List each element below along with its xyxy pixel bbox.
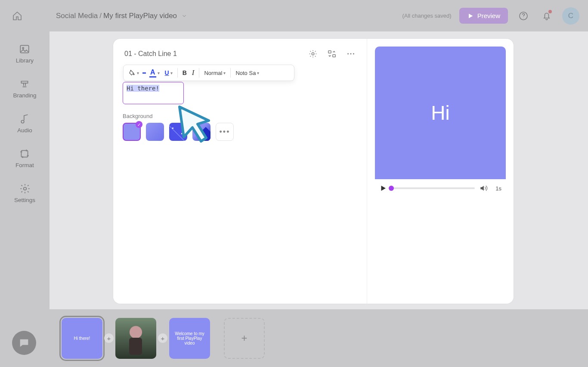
- play-icon: [467, 12, 474, 19]
- avatar[interactable]: C: [562, 7, 579, 25]
- arrows-swap-icon: [327, 49, 337, 59]
- svg-rect-8: [333, 55, 335, 57]
- top-bar: Social Media / My first PlayPlay video (…: [0, 0, 588, 31]
- gear-icon: [19, 183, 31, 194]
- text-style-select[interactable]: Normal ▾: [202, 70, 227, 76]
- home-button[interactable]: [9, 7, 26, 25]
- svg-point-9: [347, 53, 349, 55]
- text-formatting-toolbar: ▾ A ▾ U ▾ B I Normal ▾: [123, 65, 294, 81]
- sidebar-item-label: Branding: [13, 92, 36, 99]
- avatar-initial: C: [568, 12, 573, 20]
- music-note-icon: [19, 113, 31, 124]
- breadcrumb-current[interactable]: My first PlayPlay video: [103, 12, 177, 20]
- duration-label: 1s: [495, 185, 501, 192]
- volume-button[interactable]: [479, 184, 488, 193]
- card-header: 01 - Catch Line 1: [124, 49, 356, 59]
- play-icon: [379, 184, 387, 192]
- chevron-down-icon: ▾: [158, 71, 160, 75]
- font-family-label: Noto Sa: [235, 70, 256, 76]
- progress-bar[interactable]: [391, 187, 475, 189]
- brush-icon: [19, 78, 30, 90]
- sidebar-item-label: Library: [16, 57, 34, 64]
- background-option-1[interactable]: ✓: [123, 123, 141, 141]
- svg-point-3: [23, 47, 24, 49]
- sidebar-item-library[interactable]: Library: [16, 44, 34, 64]
- chat-icon: [18, 337, 30, 349]
- scene-settings-button[interactable]: [308, 49, 318, 59]
- timeline-scene-1[interactable]: Hi there!: [62, 318, 102, 359]
- svg-rect-4: [22, 150, 28, 157]
- sidebar-item-label: Format: [15, 162, 34, 168]
- insert-scene-button[interactable]: +: [158, 333, 167, 343]
- svg-point-11: [353, 53, 354, 55]
- paint-bucket-icon: [129, 69, 136, 76]
- svg-point-10: [350, 53, 352, 55]
- add-scene-button[interactable]: +: [224, 318, 265, 359]
- chevron-down-icon: ▾: [137, 71, 139, 75]
- scene-title: 01 - Catch Line 1: [124, 50, 177, 58]
- bold-button[interactable]: B: [181, 69, 189, 76]
- breadcrumb[interactable]: Social Media / My first PlayPlay video: [56, 12, 187, 20]
- help-button[interactable]: [516, 8, 531, 24]
- play-button[interactable]: [379, 184, 387, 192]
- sidebar: Library Branding Audio Format Settings: [0, 31, 50, 367]
- autosave-status: (All changes saved): [402, 12, 451, 19]
- check-icon: ✓: [136, 121, 142, 128]
- breadcrumb-parent[interactable]: Social Media: [56, 12, 98, 20]
- help-icon: [518, 11, 529, 21]
- italic-button[interactable]: I: [190, 68, 196, 77]
- cursor-pointer-overlay: [175, 103, 218, 146]
- highlight-color-button[interactable]: ▾: [127, 69, 141, 76]
- timeline-scene-3[interactable]: Welcome to my first PlayPlay video: [169, 318, 210, 359]
- sidebar-item-settings[interactable]: Settings: [14, 183, 35, 203]
- preview-button[interactable]: Preview: [459, 8, 508, 24]
- volume-icon: [479, 184, 488, 193]
- chevron-down-icon[interactable]: [181, 13, 187, 19]
- font-family-select[interactable]: Noto Sa ▾: [234, 70, 261, 76]
- text-style-label: Normal: [204, 70, 222, 76]
- layout-swap-button[interactable]: [327, 49, 337, 59]
- preview-controls: 1s: [375, 179, 506, 197]
- background-more-button[interactable]: •••: [216, 123, 234, 141]
- sidebar-item-format[interactable]: Format: [15, 148, 34, 168]
- card-actions: [308, 49, 356, 59]
- preview-button-label: Preview: [477, 12, 500, 19]
- notifications-button[interactable]: [539, 8, 554, 24]
- chevron-down-icon: ▾: [170, 71, 173, 75]
- underline-button[interactable]: U ▾: [163, 69, 174, 76]
- text-input-value: Hi there!: [127, 85, 159, 92]
- background-option-2[interactable]: [146, 123, 164, 141]
- svg-point-5: [23, 187, 26, 190]
- chevron-down-icon: ▾: [223, 71, 226, 75]
- sidebar-item-branding[interactable]: Branding: [13, 78, 36, 99]
- preview-panel: Hi 1s: [375, 47, 506, 197]
- progress-handle[interactable]: [389, 186, 394, 191]
- svg-point-1: [523, 18, 523, 18]
- separator: [199, 68, 199, 78]
- sidebar-item-audio[interactable]: Audio: [17, 113, 32, 134]
- preview-panel-wrap: Hi 1s: [367, 39, 514, 304]
- edit-panel: 01 - Catch Line 1: [113, 39, 367, 304]
- breadcrumb-separator: /: [99, 12, 102, 20]
- preview-canvas-text: Hi: [431, 101, 449, 124]
- insert-scene-button[interactable]: +: [104, 333, 114, 343]
- sidebar-item-label: Audio: [17, 127, 32, 134]
- timeline: Hi there! + + Welcome to my first PlayPl…: [50, 309, 588, 367]
- separator: [230, 68, 231, 78]
- more-horizontal-icon: [346, 49, 356, 59]
- image-icon: [19, 44, 30, 55]
- top-right-actions: (All changes saved) Preview C: [402, 7, 579, 25]
- svg-point-6: [312, 53, 314, 55]
- more-button[interactable]: [346, 49, 356, 59]
- sidebar-item-label: Settings: [14, 197, 35, 203]
- chat-support-button[interactable]: [12, 331, 36, 355]
- svg-rect-7: [328, 51, 331, 53]
- preview-canvas[interactable]: Hi: [375, 47, 506, 179]
- timeline-scene-2[interactable]: [115, 318, 156, 359]
- home-icon: [12, 11, 22, 21]
- editor-card: 01 - Catch Line 1: [113, 39, 514, 304]
- catchline-text-input[interactable]: Hi there!: [123, 82, 184, 104]
- text-color-button[interactable]: A ▾: [148, 68, 161, 78]
- scene-thumbnail-text: Welcome to my first PlayPlay video: [172, 331, 207, 345]
- separator: [177, 68, 178, 78]
